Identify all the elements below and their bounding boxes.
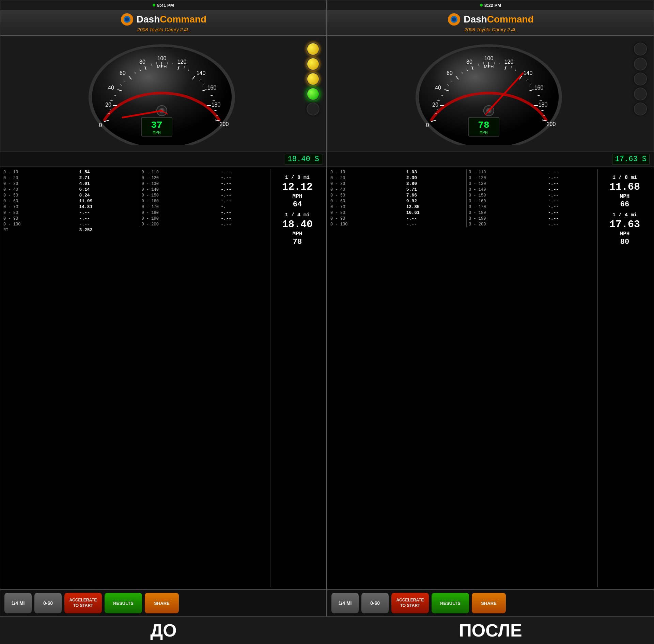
- svg-rect-3: [126, 13, 128, 16]
- svg-text:40: 40: [435, 85, 441, 91]
- logo-gear-icon-left: [120, 13, 134, 26]
- logo-dash-left: Dash: [137, 14, 160, 25]
- vehicle-name-right: 2008 Toyota Camry 2.4L: [465, 27, 517, 32]
- timer-display-left: 18.40 S: [0, 152, 326, 167]
- caption-right: ПОСЛЕ: [327, 620, 654, 641]
- data-table-left: 0 - 10 1.54 0 - 110 -.-- 0 - 20 2.71 0 -…: [0, 167, 326, 589]
- vehicle-name-left: 2008 Toyota Camry 2.4L: [137, 27, 189, 32]
- btn-0-60-left[interactable]: 0-60: [34, 593, 62, 613]
- table-row: 0 - 80 -.-- 0 - 180 -.--: [2, 210, 270, 216]
- table-row: 0 - 50 7.66 0 - 150 -.--: [329, 192, 597, 198]
- light-3-left: [307, 73, 320, 85]
- table-row: 0 - 70 14.81 0 - 170 -.: [2, 204, 270, 210]
- accel-table-left: 0 - 10 1.54 0 - 110 -.-- 0 - 20 2.71 0 -…: [2, 169, 270, 587]
- timer-value-right: 17.63 S: [612, 154, 650, 164]
- svg-text:60: 60: [120, 70, 126, 76]
- svg-rect-69: [448, 19, 450, 20]
- table-row: 0 - 10 1.03 0 - 110 -.--: [329, 169, 597, 175]
- table-row: 0 - 50 8.24 0 - 150 -.--: [2, 192, 270, 198]
- svg-text:MPH: MPH: [484, 64, 494, 69]
- timer-display-right: 17.63 S: [327, 152, 654, 167]
- quarter-label-right: 1 / 4 mi: [602, 212, 648, 218]
- btn-quarter-mi-left[interactable]: 1/4 MI: [4, 593, 32, 613]
- svg-text:37: 37: [151, 120, 162, 130]
- svg-text:180: 180: [539, 102, 548, 108]
- logo-text-right: DashCommand: [464, 14, 533, 25]
- svg-rect-67: [453, 13, 455, 16]
- svg-rect-4: [126, 23, 128, 26]
- table-row: 0 - 100 -.-- 0 - 200 -.--: [329, 221, 597, 227]
- timer-value-left: 18.40 S: [285, 154, 322, 164]
- speedo-svg-right: 0 20 40 60 80 100 MPH 120 140: [412, 39, 569, 145]
- table-row: 0 - 90 -.-- 0 - 190 -.--: [2, 216, 270, 221]
- light-3-right: [634, 73, 647, 85]
- status-dot-left: [153, 4, 155, 6]
- table-row: 0 - 60 9.92 0 - 160 -.--: [329, 198, 597, 204]
- btn-0-60-right[interactable]: 0-60: [361, 593, 389, 613]
- traffic-lights-right: [634, 43, 647, 115]
- svg-text:140: 140: [524, 70, 533, 76]
- light-1-left: [307, 43, 320, 56]
- svg-rect-68: [453, 23, 455, 26]
- time-left: 8:41 PM: [157, 3, 174, 8]
- toolbar-left: 1/4 MI 0-60 ACCELERATETO START RESULTS S…: [0, 589, 326, 616]
- svg-text:20: 20: [105, 102, 111, 108]
- table-row-rt-left: RT 3.252: [2, 227, 270, 233]
- eighth-mph-label-right: MPH: [602, 193, 648, 200]
- btn-quarter-mi-right[interactable]: 1/4 MI: [331, 593, 359, 613]
- light-5-right: [634, 103, 647, 115]
- caption-left: ДО: [0, 620, 327, 641]
- svg-rect-6: [131, 19, 133, 20]
- btn-share-left[interactable]: SHARE: [145, 593, 179, 613]
- btn-results-left[interactable]: RESULTS: [105, 593, 142, 613]
- svg-text:120: 120: [177, 59, 186, 65]
- eighth-mph-val-right: 66: [602, 200, 648, 209]
- eighth-label-right: 1 / 8 mi: [602, 175, 648, 180]
- logo-command-right: Command: [487, 14, 534, 25]
- svg-text:MPH: MPH: [157, 64, 167, 69]
- summary-panel-left: 1 / 8 mi 12.12 MPH 64 1 / 4 mi 18.40 MPH…: [270, 169, 324, 587]
- svg-text:100: 100: [484, 56, 494, 61]
- quarter-mph-label-right: MPH: [602, 231, 648, 237]
- svg-text:140: 140: [196, 70, 205, 76]
- table-row: 0 - 40 5.71 0 - 140 -.--: [329, 187, 597, 192]
- light-2-left: [307, 58, 320, 70]
- svg-rect-5: [121, 19, 123, 20]
- summary-panel-right: 1 / 8 mi 11.68 MPH 66 1 / 4 mi 17.63 MPH…: [597, 169, 652, 587]
- table-row: 0 - 10 1.54 0 - 110 -.--: [2, 169, 270, 175]
- logo-area-left: DashCommand: [120, 13, 206, 26]
- quarter-mph-val-right: 80: [602, 238, 648, 246]
- panel-before: 8:41 PM: [0, 0, 327, 617]
- btn-results-right[interactable]: RESULTS: [432, 593, 469, 613]
- light-2-right: [634, 58, 647, 70]
- eighth-label-left: 1 / 8 mi: [275, 175, 320, 180]
- logo-area-right: DashCommand: [447, 13, 533, 26]
- caption-text-before: ДО: [150, 620, 177, 641]
- btn-share-right[interactable]: SHARE: [472, 593, 506, 613]
- quarter-mph-label-left: MPH: [275, 231, 320, 237]
- svg-text:0: 0: [426, 122, 429, 128]
- svg-text:60: 60: [447, 70, 453, 76]
- svg-text:100: 100: [157, 56, 166, 61]
- speedometer-left: 0 20 40 60 80: [85, 39, 242, 148]
- table-row-rt-right: [329, 227, 597, 228]
- app-header-left: DashCommand 2008 Toyota Camry 2.4L: [0, 10, 326, 36]
- light-4-right: [634, 88, 647, 100]
- btn-accelerate-right[interactable]: ACCELERATETO START: [391, 593, 429, 613]
- btn-accelerate-left[interactable]: ACCELERATETO START: [64, 593, 102, 613]
- table-row: 0 - 60 11.09 0 - 160 -.--: [2, 198, 270, 204]
- eighth-mph-val-left: 64: [275, 200, 320, 209]
- svg-point-2: [125, 17, 129, 21]
- svg-text:80: 80: [139, 59, 145, 65]
- status-dot-right: [480, 4, 483, 6]
- logo-text-left: DashCommand: [137, 14, 206, 25]
- table-row: 0 - 40 6.14 0 - 140 -.--: [2, 187, 270, 192]
- logo-gear-icon-right: [447, 13, 461, 26]
- svg-text:200: 200: [219, 121, 229, 127]
- table-row: 0 - 80 16.61 0 - 180 -.--: [329, 210, 597, 216]
- speedo-svg-left: 0 20 40 60 80: [85, 39, 242, 145]
- quarter-value-right: 17.63: [602, 219, 648, 230]
- toolbar-right: 1/4 MI 0-60 ACCELERATETO START RESULTS S…: [327, 589, 654, 616]
- eighth-value-left: 12.12: [275, 181, 320, 193]
- panel-after: 8:22 PM DashCommand: [327, 0, 654, 617]
